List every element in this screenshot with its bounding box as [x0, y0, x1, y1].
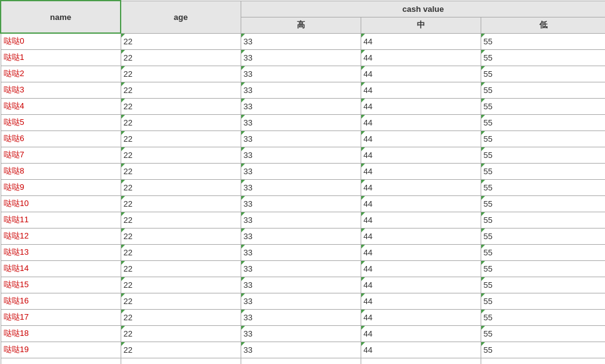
header-di: 低: [481, 17, 605, 33]
cell-gao: 33: [241, 114, 361, 130]
cell-di: 55: [481, 33, 605, 49]
empty-cell: [121, 358, 241, 364]
header-cash-value: cash value: [241, 1, 605, 17]
table-row: 哒哒122334455: [1, 49, 605, 66]
cell-age: 22: [121, 260, 241, 277]
cell-age: 22: [121, 147, 241, 163]
cell-zhong: 44: [361, 114, 481, 130]
cell-zhong: 44: [361, 293, 481, 309]
cell-di: 55: [481, 66, 605, 82]
cell-gao: 33: [241, 179, 361, 195]
cell-gao: 33: [241, 277, 361, 293]
cell-di: 55: [481, 293, 605, 309]
cell-age: 22: [121, 325, 241, 342]
cell-name: 哒哒19: [1, 342, 121, 358]
cell-gao: 33: [241, 212, 361, 228]
cell-gao: 33: [241, 33, 361, 49]
header-age: age: [121, 1, 241, 33]
cell-zhong: 44: [361, 212, 481, 228]
cell-di: 55: [481, 277, 605, 293]
cell-name: 哒哒2: [1, 66, 121, 82]
cell-gao: 33: [241, 130, 361, 147]
cell-gao: 33: [241, 228, 361, 244]
cell-zhong: 44: [361, 179, 481, 195]
data-table: name age cash value 高 中 低 哒哒022334455哒哒1…: [0, 0, 605, 364]
table-row: 哒哒1622334455: [1, 293, 605, 309]
cell-age: 22: [121, 130, 241, 147]
table-row: 哒哒1722334455: [1, 309, 605, 325]
table-row: 哒哒222334455: [1, 66, 605, 82]
cell-age: 22: [121, 82, 241, 98]
cell-name: 哒哒0: [1, 33, 121, 49]
cell-age: 22: [121, 49, 241, 66]
cell-name: 哒哒11: [1, 212, 121, 228]
cell-age: 22: [121, 33, 241, 49]
cell-di: 55: [481, 49, 605, 66]
cell-name: 哒哒12: [1, 228, 121, 244]
cell-gao: 33: [241, 260, 361, 277]
cell-name: 哒哒14: [1, 260, 121, 277]
cell-age: 22: [121, 342, 241, 358]
header-gao: 高: [241, 17, 361, 33]
cell-name: 哒哒15: [1, 277, 121, 293]
cell-di: 55: [481, 212, 605, 228]
table-row: 哒哒622334455: [1, 130, 605, 147]
cell-zhong: 44: [361, 147, 481, 163]
cell-gao: 33: [241, 147, 361, 163]
table-row: 哒哒822334455: [1, 163, 605, 179]
cell-name: 哒哒9: [1, 179, 121, 195]
cell-zhong: 44: [361, 260, 481, 277]
cell-di: 55: [481, 195, 605, 212]
empty-cell: [1, 358, 121, 364]
table-container: name age cash value 高 中 低 哒哒022334455哒哒1…: [0, 0, 605, 364]
table-row: 哒哒422334455: [1, 98, 605, 114]
table-row: 哒哒1422334455: [1, 260, 605, 277]
header-name: name: [1, 1, 121, 33]
table-row: 哒哒1222334455: [1, 228, 605, 244]
cell-di: 55: [481, 163, 605, 179]
cell-di: 55: [481, 228, 605, 244]
table-row: 哒哒722334455: [1, 147, 605, 163]
table-row: 哒哒522334455: [1, 114, 605, 130]
cell-name: 哒哒3: [1, 82, 121, 98]
cell-zhong: 44: [361, 130, 481, 147]
cell-zhong: 44: [361, 163, 481, 179]
table-row: 哒哒1322334455: [1, 244, 605, 260]
cell-gao: 33: [241, 66, 361, 82]
cell-name: 哒哒18: [1, 325, 121, 342]
cell-gao: 33: [241, 82, 361, 98]
cell-name: 哒哒1: [1, 49, 121, 66]
cell-di: 55: [481, 342, 605, 358]
cell-age: 22: [121, 163, 241, 179]
cell-name: 哒哒7: [1, 147, 121, 163]
cell-di: 55: [481, 325, 605, 342]
cell-age: 22: [121, 195, 241, 212]
cell-zhong: 44: [361, 325, 481, 342]
cell-zhong: 44: [361, 66, 481, 82]
cell-age: 22: [121, 66, 241, 82]
empty-cell: [241, 358, 361, 364]
empty-cell: [361, 358, 481, 364]
cell-di: 55: [481, 114, 605, 130]
cell-name: 哒哒13: [1, 244, 121, 260]
cell-zhong: 44: [361, 49, 481, 66]
cell-name: 哒哒8: [1, 163, 121, 179]
cell-name: 哒哒6: [1, 130, 121, 147]
table-row: 哒哒022334455: [1, 33, 605, 49]
table-row: 哒哒1822334455: [1, 325, 605, 342]
cell-gao: 33: [241, 49, 361, 66]
cell-name: 哒哒5: [1, 114, 121, 130]
cell-zhong: 44: [361, 244, 481, 260]
header-zhong: 中: [361, 17, 481, 33]
empty-row: [1, 358, 605, 364]
cell-gao: 33: [241, 342, 361, 358]
empty-cell: [481, 358, 605, 364]
cell-gao: 33: [241, 293, 361, 309]
cell-age: 22: [121, 179, 241, 195]
table-row: 哒哒1922334455: [1, 342, 605, 358]
cell-name: 哒哒17: [1, 309, 121, 325]
cell-zhong: 44: [361, 309, 481, 325]
cell-gao: 33: [241, 98, 361, 114]
table-row: 哒哒322334455: [1, 82, 605, 98]
cell-age: 22: [121, 293, 241, 309]
